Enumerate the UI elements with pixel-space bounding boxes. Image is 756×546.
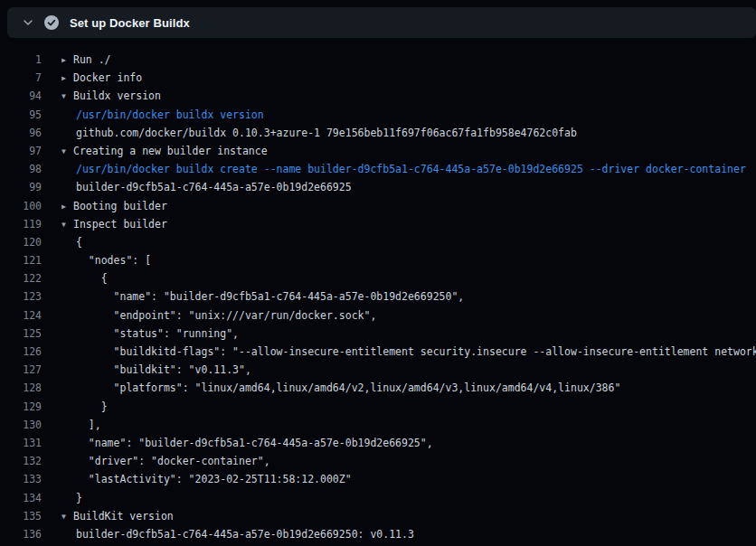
log-line: 7▶Docker info: [0, 69, 756, 87]
log-group-collapsed[interactable]: ▶Run ./: [61, 51, 756, 69]
line-number[interactable]: 97: [0, 142, 42, 160]
log-output-text: }: [61, 398, 756, 416]
log-line: 127 "buildkit": "v0.11.3",: [0, 361, 756, 379]
log-line: 96github.com/docker/buildx 0.10.3+azure-…: [0, 124, 756, 142]
line-number[interactable]: 7: [0, 69, 42, 87]
log-output-text: builder-d9cfb5a1-c764-445a-a57e-0b19d2e6…: [61, 178, 756, 196]
line-number[interactable]: 135: [0, 507, 42, 525]
log-group-expanded[interactable]: ▼Inspect builder: [61, 215, 756, 233]
line-number[interactable]: 126: [0, 343, 42, 361]
log-output-text: "lastActivity": "2023-02-25T11:58:12.000…: [61, 470, 756, 488]
line-number[interactable]: 100: [0, 197, 42, 215]
log-output-text: "name": "builder-d9cfb5a1-c764-445a-a57e…: [61, 287, 756, 306]
line-number[interactable]: 98: [0, 160, 42, 178]
log-group-collapsed[interactable]: ▶Docker info: [61, 69, 756, 87]
line-number[interactable]: 133: [0, 470, 42, 488]
log-line: 95/usr/bin/docker buildx version: [0, 106, 756, 124]
line-number[interactable]: 128: [0, 379, 42, 397]
log-group-collapsed[interactable]: ▶Booting builder: [61, 197, 756, 215]
log-output-text: }: [61, 489, 756, 507]
triangle-down-icon: ▼: [61, 143, 73, 160]
log-output-text: {: [61, 269, 756, 287]
log-line: 136builder-d9cfb5a1-c764-445a-a57e-0b19d…: [0, 525, 756, 543]
line-number[interactable]: 122: [0, 269, 42, 287]
log-output-text: "buildkit": "v0.11.3",: [61, 361, 756, 379]
log-group-expanded[interactable]: ▼Creating a new builder instance: [61, 142, 756, 160]
line-number[interactable]: 136: [0, 525, 42, 543]
log-group-title: Docker info: [73, 71, 142, 84]
log-line: 135▼BuildKit version: [0, 507, 756, 525]
log-output-text: github.com/docker/buildx 0.10.3+azure-1 …: [61, 124, 756, 142]
line-number[interactable]: 134: [0, 489, 42, 507]
line-number[interactable]: 124: [0, 306, 42, 325]
log-line: 124 "endpoint": "unix:///var/run/docker.…: [0, 306, 756, 325]
line-number[interactable]: 94: [0, 87, 42, 105]
line-number[interactable]: 130: [0, 416, 42, 434]
log-output-text: ],: [61, 416, 756, 434]
log-line: 97▼Creating a new builder instance: [0, 142, 756, 160]
log-line: 98/usr/bin/docker buildx create --name b…: [0, 160, 756, 178]
line-number[interactable]: 95: [0, 106, 42, 124]
line-number[interactable]: 131: [0, 434, 42, 452]
line-number[interactable]: 1: [0, 51, 42, 69]
line-number[interactable]: 132: [0, 452, 42, 470]
log-line: 134}: [0, 489, 756, 507]
log-command-text: /usr/bin/docker buildx create --name bui…: [61, 160, 756, 178]
line-number[interactable]: 120: [0, 233, 42, 251]
log-line: 119▼Inspect builder: [0, 215, 756, 233]
log-line: 99builder-d9cfb5a1-c764-445a-a57e-0b19d2…: [0, 178, 756, 196]
log-line: 126 "buildkitd-flags": "--allow-insecure…: [0, 343, 756, 361]
log-group-title: Booting builder: [73, 200, 167, 212]
log-line: 120{: [0, 233, 756, 251]
log-line: 133 "lastActivity": "2023-02-25T11:58:12…: [0, 470, 756, 488]
line-number[interactable]: 121: [0, 251, 42, 269]
log-output-text: builder-d9cfb5a1-c764-445a-a57e-0b19d2e6…: [61, 525, 756, 543]
log-line: 129 }: [0, 398, 756, 416]
triangle-down-icon: ▼: [61, 216, 73, 233]
triangle-down-icon: ▼: [61, 508, 73, 525]
step-header[interactable]: Set up Docker Buildx: [7, 7, 756, 38]
log-output-text: "status": "running",: [61, 325, 756, 343]
log-output-text: "platforms": "linux/amd64,linux/amd64/v2…: [61, 379, 756, 397]
log-group-expanded[interactable]: ▼BuildKit version: [61, 507, 756, 525]
log-output-text: "endpoint": "unix:///var/run/docker.sock…: [61, 306, 756, 325]
log-line: 131 "name": "builder-d9cfb5a1-c764-445a-…: [0, 434, 756, 452]
line-number[interactable]: 129: [0, 398, 42, 416]
check-circle-icon: [44, 15, 59, 30]
line-number[interactable]: 127: [0, 361, 42, 379]
log-group-title: BuildKit version: [73, 510, 174, 522]
triangle-right-icon: ▶: [61, 52, 73, 69]
log-line: 122 {: [0, 269, 756, 287]
line-number[interactable]: 99: [0, 178, 42, 196]
log-line: 132 "driver": "docker-container",: [0, 452, 756, 470]
log-group-title: Inspect builder: [73, 218, 167, 231]
line-number[interactable]: 125: [0, 325, 42, 343]
log-line: 121 "nodes": [: [0, 251, 756, 269]
log-output-text: "nodes": [: [61, 251, 756, 269]
log-group-title: Run ./: [73, 53, 111, 66]
log-output-text: "driver": "docker-container",: [61, 452, 756, 470]
log-command-text: /usr/bin/docker buildx version: [61, 106, 756, 124]
log-group-title: Creating a new builder instance: [73, 145, 268, 157]
log-output-text: "buildkitd-flags": "--allow-insecure-ent…: [61, 343, 756, 361]
log-line: 94▼Buildx version: [0, 87, 756, 105]
chevron-down-icon[interactable]: [21, 15, 35, 30]
log-group-title: Buildx version: [73, 89, 161, 102]
log-line: 125 "status": "running",: [0, 325, 756, 343]
triangle-down-icon: ▼: [61, 88, 73, 105]
log-output-text: "name": "builder-d9cfb5a1-c764-445a-a57e…: [61, 434, 756, 452]
log-output: 1▶Run ./7▶Docker info94▼Buildx version95…: [0, 38, 756, 546]
log-output-text: {: [61, 233, 756, 251]
line-number[interactable]: 96: [0, 124, 42, 142]
triangle-right-icon: ▶: [61, 198, 73, 215]
log-line: 130 ],: [0, 416, 756, 434]
triangle-right-icon: ▶: [61, 70, 73, 87]
log-line: 100▶Booting builder: [0, 197, 756, 215]
log-line: 1▶Run ./: [0, 51, 756, 69]
log-line: 123 "name": "builder-d9cfb5a1-c764-445a-…: [0, 287, 756, 306]
log-line: 128 "platforms": "linux/amd64,linux/amd6…: [0, 379, 756, 397]
log-group-expanded[interactable]: ▼Buildx version: [61, 87, 756, 105]
step-title: Set up Docker Buildx: [70, 16, 190, 30]
line-number[interactable]: 119: [0, 215, 42, 233]
line-number[interactable]: 123: [0, 287, 42, 306]
